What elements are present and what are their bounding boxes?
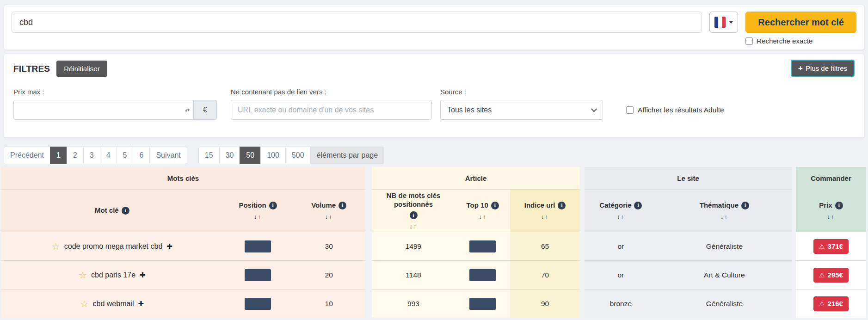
nb-mots-cles-value: 993 [372, 289, 455, 318]
filters-panel: FILTRES Réinitialiser + Plus de filtres … [4, 54, 864, 138]
indice-url-value: 90 [510, 289, 580, 318]
currency-addon: € [194, 100, 217, 120]
sort-toggle[interactable]: ↓↑ [720, 213, 728, 220]
table-row: ☆ cbd webmail ✚ 10 [1, 289, 365, 318]
exact-search-label: Recherche exacte [757, 37, 813, 45]
group-header-mots-cles: Mots clés [1, 167, 365, 189]
column-header-thematique: Thématique i ↓↑ [657, 190, 792, 232]
table-row: ☆ code promo mega market cbd ✚ 30 [1, 232, 365, 260]
page-size-500[interactable]: 500 [285, 147, 311, 164]
price-max-input[interactable] [13, 100, 194, 120]
info-icon[interactable]: i [339, 202, 346, 209]
warning-icon: ⚠ [819, 243, 825, 250]
favorite-star-icon[interactable]: ☆ [52, 242, 60, 251]
page-size-30[interactable]: 30 [219, 147, 240, 164]
pagination-page-1[interactable]: 1 [50, 147, 67, 164]
warning-icon: ⚠ [819, 301, 825, 307]
pagination-page-2[interactable]: 2 [67, 147, 84, 164]
adult-results-checkbox[interactable] [626, 106, 634, 114]
reset-filters-button[interactable]: Réinitialiser [56, 61, 107, 77]
search-keyword-button[interactable]: Rechercher mot clé [745, 12, 856, 33]
redacted-top10-value [469, 269, 496, 281]
sort-toggle[interactable]: ↓↑ [479, 213, 486, 220]
pagination-page-3[interactable]: 3 [83, 147, 100, 164]
source-label: Source : [440, 88, 603, 96]
redacted-top10-value [469, 240, 496, 252]
exact-search-checkbox[interactable] [745, 37, 753, 45]
info-icon[interactable]: i [410, 211, 418, 219]
nb-mots-cles-value: 1148 [372, 261, 455, 289]
table-row: ☆ cbd paris 17e ✚ 20 [1, 260, 365, 289]
categorie-value: or [585, 232, 657, 260]
pagination-page-5[interactable]: 5 [117, 147, 134, 164]
pagination-next[interactable]: Suivant [149, 147, 187, 164]
number-spinner-icon[interactable]: ▴▾ [185, 108, 190, 112]
no-link-url-input[interactable] [231, 100, 432, 120]
info-icon[interactable]: i [558, 202, 566, 209]
indice-url-value: 65 [510, 232, 580, 260]
table-row: or Art & Culture [585, 260, 792, 289]
indice-url-value: 70 [510, 261, 580, 289]
keyword-search-input[interactable] [12, 12, 702, 33]
sort-toggle[interactable]: ↓↑ [541, 213, 549, 220]
language-selector[interactable] [709, 12, 738, 33]
per-page-label: éléments par page [310, 147, 385, 164]
column-header-volume: Volume i ↓↑ [292, 190, 365, 232]
sort-toggle[interactable]: ↓↑ [325, 213, 333, 220]
table-group-article: Article NB de mots clés positionnés i ↓↑… [372, 167, 580, 318]
add-keyword-icon[interactable]: ✚ [166, 242, 172, 251]
table-group-commander: Commander Prix i ↓↑ ⚠ 371€ ⚠ 295€ [796, 167, 866, 318]
favorite-star-icon[interactable]: ☆ [80, 299, 89, 308]
price-max-label: Prix max : [13, 88, 217, 96]
page-size-15[interactable]: 15 [198, 147, 220, 164]
sort-toggle[interactable]: ↓↑ [827, 213, 835, 220]
order-price-button[interactable]: ⚠ 295€ [813, 268, 849, 283]
page-size-100[interactable]: 100 [260, 147, 286, 164]
favorite-star-icon[interactable]: ☆ [79, 271, 87, 280]
redacted-position-value [245, 269, 271, 281]
info-icon[interactable]: i [634, 202, 642, 209]
search-panel: Rechercher mot clé Recherche exacte [4, 5, 864, 50]
volume-value: 20 [292, 261, 365, 289]
table-row: 1148 70 [372, 260, 580, 289]
volume-value: 30 [292, 232, 365, 260]
results-tables: Mots clés Mot clé i Position i ↓↑ Volume… [1, 167, 868, 318]
nb-mots-cles-value: 1499 [372, 232, 455, 260]
thematique-value: Généraliste [657, 289, 792, 318]
info-icon[interactable]: i [835, 202, 843, 209]
categorie-value: bronze [585, 289, 657, 318]
column-header-indice-url: Indice url i ↓↑ [510, 190, 580, 232]
add-keyword-icon[interactable]: ✚ [140, 271, 146, 279]
info-icon[interactable]: i [741, 202, 749, 209]
table-row: ⚠ 295€ [796, 260, 866, 289]
pagination-prev[interactable]: Précédent [4, 147, 50, 164]
info-icon[interactable]: i [491, 202, 499, 209]
thematique-value: Généraliste [657, 232, 792, 260]
order-price-button[interactable]: ⚠ 216€ [813, 296, 849, 311]
keyword-text: cbd webmail [93, 300, 134, 308]
pagination-page-6[interactable]: 6 [133, 147, 150, 164]
group-header-commander: Commander [796, 167, 866, 189]
add-keyword-icon[interactable]: ✚ [138, 300, 144, 308]
page-size-selector: 15 30 50 100 500 éléments par page [198, 147, 384, 164]
more-filters-button[interactable]: + Plus de filtres [791, 60, 855, 77]
info-icon[interactable]: i [269, 202, 277, 209]
categorie-value: or [585, 261, 657, 289]
sort-toggle[interactable]: ↓↑ [617, 213, 625, 220]
table-row: ⚠ 216€ [796, 289, 866, 318]
sort-toggle[interactable]: ↓↑ [410, 223, 418, 230]
table-row: 1499 65 [372, 232, 580, 260]
table-group-le-site: Le site Catégorie i ↓↑ Thématique i ↓↑ o… [585, 167, 792, 318]
sort-toggle[interactable]: ↓↑ [254, 213, 262, 220]
column-header-nb-mots-cles: NB de mots clés positionnés i ↓↑ [372, 190, 455, 232]
order-price-button[interactable]: ⚠ 371€ [813, 239, 849, 254]
page-size-50[interactable]: 50 [240, 147, 261, 164]
pagination-bar: Précédent 1 2 3 4 5 6 Suivant 15 30 50 1… [4, 147, 864, 164]
source-select[interactable]: Tous les sites [440, 100, 603, 120]
column-header-mot-cle: Mot clé i [1, 190, 223, 232]
adult-results-label: Afficher les résultats Adulte [638, 106, 724, 114]
keyword-text: code promo mega market cbd [64, 242, 163, 251]
pagination-page-4[interactable]: 4 [100, 147, 117, 164]
info-icon[interactable]: i [122, 207, 129, 215]
volume-value: 10 [292, 289, 365, 318]
